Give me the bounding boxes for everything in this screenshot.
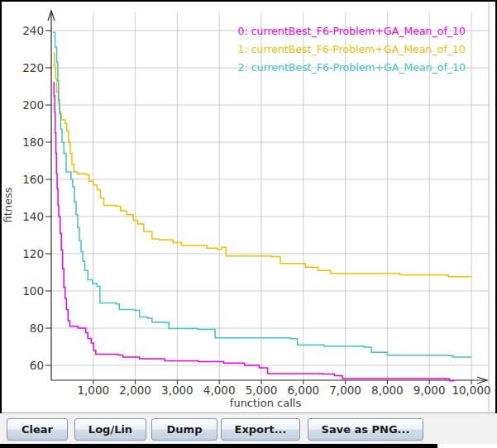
x-tick-label: 4,000 [203,384,236,397]
save-as-png-button[interactable]: Save as PNG... [308,418,423,441]
x-tick-label: 6,000 [287,384,319,397]
x-tick-label: 10,000 [452,384,490,397]
x-axis-title: function calls [230,397,302,409]
window-bottom-edge [0,444,437,448]
legend-entry: 0: currentBest_F6-Problem+GA_Mean_of_10 [238,25,466,37]
x-tick-label: 3,000 [161,384,194,397]
y-tick-label: 240 [22,24,44,37]
clear-button[interactable]: Clear [7,418,68,441]
series-line [54,53,472,277]
log-lin-button[interactable]: Log/Lin [74,418,146,441]
x-tick-label: 5,000 [246,384,278,397]
y-tick-label: 200 [22,98,44,112]
series-line [53,32,471,357]
y-tick-label: 140 [22,210,44,223]
legend-entry: 1: currentBest_F6-Problem+GA_Mean_of_10 [238,43,466,55]
y-tick-label: 80 [30,322,44,335]
legend-entry: 2: currentBest_F6-Problem+GA_Mean_of_10 [238,61,466,74]
plot-panel: 60801001201401601802002202401,0002,0003,… [0,0,497,413]
export-button[interactable]: Export... [221,418,300,441]
y-axis-title: fitness [2,187,14,222]
window-border-top [0,0,497,2]
y-tick-label: 180 [22,136,44,149]
x-tick-label: 1,000 [77,384,109,397]
button-bar: Clear Log/Lin Dump Export... Save as PNG… [0,413,497,444]
y-tick-label: 160 [22,173,44,186]
x-tick-label: 9,000 [413,384,446,397]
series-line [54,83,455,381]
y-tick-label: 120 [22,247,44,260]
x-tick-label: 7,000 [329,384,361,397]
y-tick-label: 220 [22,61,44,74]
x-tick-label: 2,000 [119,384,151,397]
fitness-chart: 60801001201401601802002202401,0002,0003,… [0,0,497,413]
window-border-left [0,0,2,413]
dump-button[interactable]: Dump [151,418,217,441]
y-tick-label: 100 [22,284,44,298]
x-tick-label: 8,000 [371,384,404,397]
y-tick-label: 60 [30,359,44,372]
